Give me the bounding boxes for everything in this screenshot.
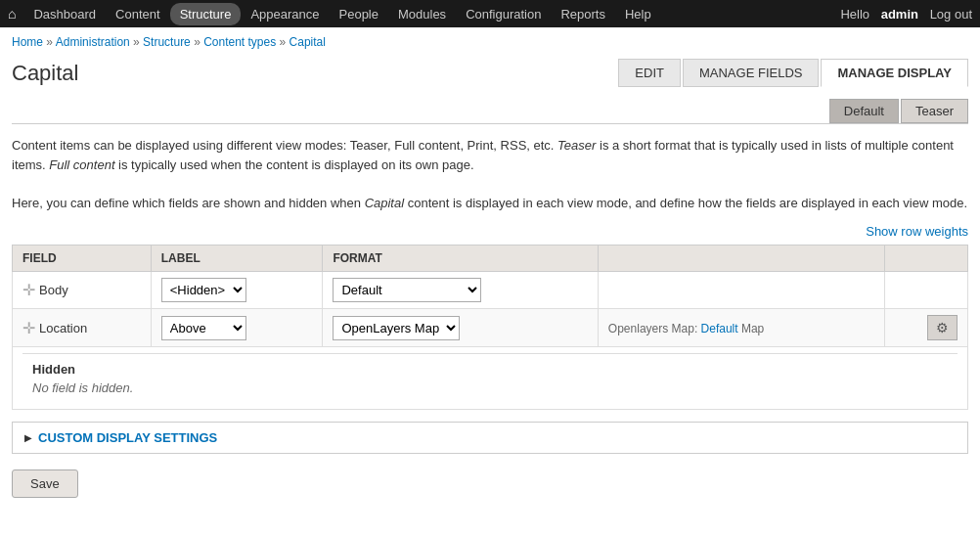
view-mode-teaser[interactable]: Teaser [901,99,968,123]
col-header-extra [598,246,885,272]
gear-button-location[interactable]: ⚙ [927,315,958,340]
description-text-2-cont: content is displayed in each view mode, … [404,196,967,210]
label-cell-location: <Hidden> Above Inline Hidden [151,309,323,347]
col-header-actions [885,246,968,272]
description-em-full: Full content [49,157,114,172]
col-header-format: FORMAT [323,246,598,272]
tab-edit[interactable]: EDIT [618,59,681,87]
custom-settings-label: CUSTOM DISPLAY SETTINGS [38,430,217,445]
format-cell-body: Default Summary or trimmed Trimmed Plain… [323,272,598,309]
breadcrumb-content-types[interactable]: Content types [203,35,276,49]
field-name-body: Body [39,283,68,297]
col-header-label: LABEL [151,246,323,272]
nav-items: Dashboard Content Structure Appearance P… [23,3,840,25]
fields-table: FIELD LABEL FORMAT ✛ Body <Hidden> [12,245,968,410]
format-cell-location: Default OpenLayers Map Plain text [323,309,598,347]
nav-item-dashboard[interactable]: Dashboard [23,3,106,25]
extra-cell-body [598,272,885,309]
actions-cell-body [885,272,968,309]
nav-item-modules[interactable]: Modules [388,3,456,25]
label-cell-body: <Hidden> Above Inline Hidden [151,272,323,309]
actions-cell-location: ⚙ [885,309,968,347]
label-select-body[interactable]: <Hidden> Above Inline Hidden [161,278,246,302]
nav-right: Hello admin Log out [840,7,972,22]
custom-settings-header[interactable]: ▶ CUSTOM DISPLAY SETTINGS [13,423,967,453]
format-select-location[interactable]: Default OpenLayers Map Plain text [333,316,460,340]
logout-link[interactable]: Log out [930,7,972,22]
openlayers-info: Openlayers Map: Default Map [608,322,764,335]
nav-item-appearance[interactable]: Appearance [241,3,329,25]
breadcrumb-administration[interactable]: Administration [56,35,130,49]
table-row: ✛ Body <Hidden> Above Inline Hidden Defa… [13,272,968,309]
description-block: Content items can be displayed using dif… [12,136,968,212]
openlayers-default-link[interactable]: Default [701,322,738,335]
col-header-field: FIELD [13,246,152,272]
tab-manage-display[interactable]: MANAGE DISPLAY [821,59,968,87]
breadcrumb-home[interactable]: Home [12,35,43,49]
nav-item-help[interactable]: Help [615,3,661,25]
row-weights-link: Show row weights [12,224,968,239]
description-em-capital: Capital [365,196,404,210]
description-text-1-cont2: is typically used when the content is di… [115,157,474,172]
page-title: Capital [12,61,78,86]
description-text-2: Here, you can define which fields are sh… [12,196,365,210]
table-row: ✛ Location <Hidden> Above Inline Hidden … [13,309,968,347]
drag-handle-location[interactable]: ✛ [22,319,35,337]
breadcrumb: Home » Administration » Structure » Cont… [0,27,980,53]
hidden-title: Hidden [32,362,948,377]
triangle-icon: ▶ [24,432,32,443]
drag-handle-body[interactable]: ✛ [22,281,35,299]
navbar: ⌂ Dashboard Content Structure Appearance… [0,0,980,27]
view-mode-tabs: Default Teaser [12,99,968,124]
hidden-section: Hidden No field is hidden. [22,353,958,403]
breadcrumb-structure[interactable]: Structure [143,35,191,49]
nav-item-reports[interactable]: Reports [551,3,615,25]
content-area: Default Teaser Content items can be disp… [0,99,980,510]
hidden-section-cell: Hidden No field is hidden. [13,347,968,410]
field-cell-location: ✛ Location [13,309,152,347]
hidden-section-row: Hidden No field is hidden. [13,347,968,410]
format-select-body[interactable]: Default Summary or trimmed Trimmed Plain… [333,278,481,302]
custom-display-settings: ▶ CUSTOM DISPLAY SETTINGS [12,422,968,454]
extra-cell-location: Openlayers Map: Default Map [598,309,885,347]
description-em-teaser: Teaser [557,138,596,153]
nav-item-people[interactable]: People [330,3,388,25]
field-name-location: Location [39,321,87,335]
tab-manage-fields[interactable]: MANAGE FIELDS [683,59,819,87]
show-row-weights-link[interactable]: Show row weights [866,224,968,239]
label-select-location[interactable]: <Hidden> Above Inline Hidden [161,316,246,340]
page-actions: EDIT MANAGE FIELDS MANAGE DISPLAY [618,59,968,87]
save-button[interactable]: Save [12,469,78,498]
page-header: Capital EDIT MANAGE FIELDS MANAGE DISPLA… [0,53,980,99]
hello-label: Hello [840,7,869,22]
nav-item-configuration[interactable]: Configuration [456,3,551,25]
breadcrumb-capital[interactable]: Capital [290,35,326,49]
view-mode-default[interactable]: Default [829,99,899,123]
hidden-note: No field is hidden. [32,380,948,395]
nav-item-structure[interactable]: Structure [170,3,242,25]
field-cell-body: ✛ Body [13,272,152,309]
nav-item-content[interactable]: Content [106,3,170,25]
admin-label: admin [881,7,918,22]
description-text-1: Content items can be displayed using dif… [12,138,557,153]
home-icon[interactable]: ⌂ [8,6,16,22]
